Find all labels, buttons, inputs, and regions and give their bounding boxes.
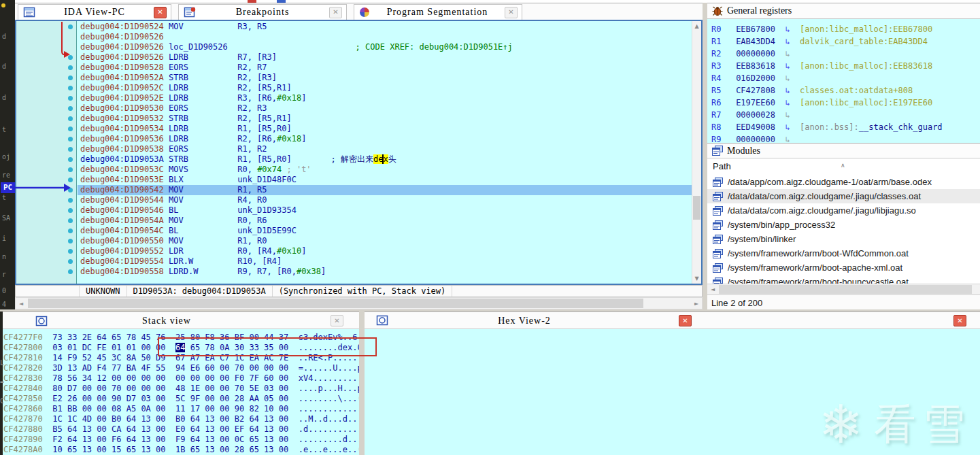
disasm-line[interactable]: debug004:D1D90526 LDRB R7, [R3] bbox=[78, 52, 692, 63]
breakpoint-dot[interactable] bbox=[68, 65, 73, 70]
disasm-line[interactable]: debug004:D1D9053E BLX unk_D1D48F0C bbox=[78, 175, 692, 185]
scroll-left-icon[interactable]: ◄ bbox=[709, 286, 717, 292]
hex-row[interactable]: CF427850 E2 26 00 00 90 D7 03 00 5C 9F 0… bbox=[0, 394, 359, 404]
scroll-right-icon[interactable]: ► bbox=[692, 301, 700, 307]
disasm-line[interactable]: debug004:D1D90532 STRB R2, [R5,R1] bbox=[78, 114, 692, 124]
module-row[interactable]: /data/data/com.aigz.cloudgame/.jiagu/cla… bbox=[707, 189, 980, 203]
register-row[interactable]: R6 E197EE60 ↳ [anon:libc_malloc]:E197EE6… bbox=[707, 97, 980, 109]
hex-row[interactable]: CF4278A0 10 65 13 00 15 65 13 00 1B 65 1… bbox=[0, 445, 359, 455]
disasm-line[interactable]: debug004:D1D90536 LDRB R2, [R6,#0x18] bbox=[78, 134, 692, 144]
breakpoint-dot[interactable] bbox=[68, 157, 73, 162]
close-icon[interactable]: ✕ bbox=[329, 7, 342, 18]
modules-column-header[interactable]: Path ∧ bbox=[707, 158, 980, 175]
breakpoint-dot[interactable] bbox=[68, 147, 73, 152]
module-row[interactable]: /system/framework/arm/boot-bouncycastle.… bbox=[707, 275, 980, 284]
breakpoint-dot[interactable] bbox=[68, 249, 73, 254]
breakpoint-dot[interactable] bbox=[68, 208, 73, 213]
breakpoint-dot[interactable] bbox=[68, 96, 73, 101]
register-row[interactable]: R8 EED49008 ↳ [anon:.bss]:__stack_chk_gu… bbox=[707, 121, 980, 133]
register-row[interactable]: R3 EEB83618 ↳ [anon:libc_malloc]:EEB8361… bbox=[707, 60, 980, 72]
horizontal-scrollbar[interactable]: ◄ ► bbox=[15, 297, 703, 309]
module-row[interactable]: /system/bin/linker bbox=[707, 232, 980, 246]
tab-program-segmentation[interactable]: Program Segmentation ✕ bbox=[354, 4, 522, 20]
breakpoint-dot[interactable] bbox=[68, 188, 73, 192]
panel-divider[interactable] bbox=[703, 3, 707, 311]
disasm-line[interactable]: debug004:D1D90524 MOV R3, R5 bbox=[78, 22, 692, 32]
register-row[interactable]: R0 EEB67800 ↳ [anon:libc_malloc]:EEB6780… bbox=[707, 23, 980, 35]
module-path: /data/data/com.aigz.cloudgame/.jiagu/lib… bbox=[728, 205, 916, 216]
disasm-line[interactable]: debug004:D1D90552 LDR R0, [R4,#0x10] bbox=[78, 246, 692, 256]
breakpoint-dot[interactable] bbox=[68, 239, 73, 243]
breakpoint-dot[interactable] bbox=[68, 106, 73, 111]
disasm-line[interactable]: debug004:D1D9054A MOV R0, R6 bbox=[78, 216, 692, 226]
hex-row[interactable]: CF427840 80 D7 00 00 70 00 00 00 48 1E 0… bbox=[0, 384, 359, 394]
breakpoint-dot[interactable] bbox=[68, 75, 73, 80]
breakpoint-dot[interactable] bbox=[68, 229, 73, 233]
scrollbar-thumb[interactable] bbox=[719, 285, 972, 294]
hex-row[interactable]: CF427890 F2 64 13 00 F6 64 13 00 F9 64 1… bbox=[0, 435, 359, 445]
breakpoint-dot[interactable] bbox=[68, 218, 73, 223]
tab-ida-view-pc[interactable]: IDA View-PC ✕ bbox=[18, 4, 171, 20]
hex-row[interactable]: CF427870 1C 1C 4D 00 B0 64 13 00 B0 64 1… bbox=[0, 414, 359, 424]
close-icon[interactable]: ✕ bbox=[679, 315, 692, 326]
breakpoint-dot[interactable] bbox=[68, 178, 73, 182]
breakpoint-dot[interactable] bbox=[68, 137, 73, 141]
disasm-line[interactable]: debug004:D1D9052A STRB R2, [R3] bbox=[78, 73, 692, 83]
disasm-line[interactable]: debug004:D1D90538 EORS R1, R2 bbox=[78, 144, 692, 154]
register-row[interactable]: R2 00000000 ↳ bbox=[707, 48, 980, 60]
disasm-line[interactable]: debug004:D1D90558 LDRD.W R9, R7, [R0,#0x… bbox=[78, 267, 692, 277]
disasm-line[interactable]: debug004:D1D90554 LDR.W R10, [R4] bbox=[78, 256, 692, 267]
modules-horizontal-scrollbar[interactable]: ◄ bbox=[707, 284, 980, 294]
disasm-line[interactable]: debug004:D1D90544 MOV R4, R0 bbox=[78, 195, 692, 205]
breakpoint-dot[interactable] bbox=[68, 86, 73, 90]
breakpoint-dot[interactable] bbox=[68, 198, 73, 203]
breakpoint-dot[interactable] bbox=[68, 116, 73, 121]
scroll-up-icon[interactable]: ▲ bbox=[692, 23, 701, 29]
hex-row[interactable]: CF427820 3D 13 AD F4 77 BA 4F 55 94 E6 6… bbox=[0, 363, 359, 373]
breakpoint-dot[interactable] bbox=[68, 55, 73, 60]
disasm-line[interactable]: debug004:D1D90550 MOV R1, R0 bbox=[78, 236, 692, 246]
module-row[interactable]: /system/bin/app_process32 bbox=[707, 218, 980, 232]
scroll-down-icon[interactable]: ▼ bbox=[692, 275, 701, 282]
scrollbar-thumb[interactable] bbox=[28, 299, 643, 308]
disasm-line[interactable]: debug004:D1D90530 EORS R2, R3 bbox=[78, 103, 692, 114]
panel-divider[interactable] bbox=[359, 311, 365, 455]
disasm-line[interactable]: debug004:D1D90534 LDRB R1, [R5,R0] bbox=[78, 124, 692, 134]
disasm-line[interactable]: debug004:D1D9054C BL unk_D1D5E99C bbox=[78, 226, 692, 236]
module-row[interactable]: /data/data/com.aigz.cloudgame/.jiagu/lib… bbox=[707, 203, 980, 218]
disasm-line[interactable]: debug004:D1D9052E LDRB R3, [R6,#0x18] bbox=[78, 93, 692, 103]
close-icon[interactable]: ✕ bbox=[154, 7, 167, 18]
disasm-line[interactable]: debug004:D1D90528 EORS R2, R7 bbox=[78, 63, 692, 73]
disasm-line[interactable]: debug004:D1D90526 bbox=[78, 32, 692, 42]
breakpoint-dot[interactable] bbox=[68, 259, 73, 264]
module-row[interactable]: /system/framework/arm/boot-WfdCommon.oat bbox=[707, 246, 980, 260]
hex-row[interactable]: CF427880 B5 64 13 00 CA 64 13 00 E0 64 1… bbox=[0, 424, 359, 435]
breakpoint-dot[interactable] bbox=[68, 167, 73, 172]
disasm-line[interactable]: debug004:D1D90526 loc_D1D90526 ; CODE XR… bbox=[78, 42, 692, 52]
hex-view-titlebar[interactable]: Hex View-2 ✕ ✕ bbox=[365, 311, 980, 329]
breakpoint-dot[interactable] bbox=[68, 269, 73, 274]
disasm-line[interactable]: debug004:D1D90546 BL unk_D1D93354 bbox=[78, 205, 692, 216]
disasm-line[interactable]: debug004:D1D9053A STRB R1, [R5,R0] ; 解密出… bbox=[78, 154, 692, 165]
disasm-line[interactable]: debug004:D1D9053C MOVS R0, #0x74 ; 't' bbox=[78, 165, 692, 175]
breakpoint-dot[interactable] bbox=[68, 24, 73, 29]
disasm-line[interactable]: debug004:D1D9052C LDRB R2, [R5,R1] bbox=[78, 83, 692, 93]
scroll-left-icon[interactable]: ◄ bbox=[17, 301, 25, 307]
stack-view-titlebar[interactable]: Stack view ✕ bbox=[0, 311, 359, 329]
close-icon[interactable]: ✕ bbox=[331, 315, 343, 326]
close-icon[interactable]: ✕ bbox=[505, 7, 518, 18]
register-row[interactable]: R1 EAB43DD4 ↳ dalvik_card_table:EAB43DD4 bbox=[707, 35, 980, 48]
close-icon[interactable]: ✕ bbox=[953, 315, 966, 326]
register-row[interactable]: R4 016D2000 ↳ bbox=[707, 72, 980, 84]
module-row[interactable]: /system/framework/arm/boot-apache-xml.oa… bbox=[707, 260, 980, 275]
disasm-line[interactable]: debug004:D1D90542 MOV R1, R5 bbox=[78, 185, 692, 195]
register-row[interactable]: R7 00000028 ↳ bbox=[707, 109, 980, 121]
hex-row[interactable]: CF427860 B1 BB 00 00 08 A5 0A 00 11 17 0… bbox=[0, 404, 359, 414]
tab-breakpoints[interactable]: Breakpoints ✕ bbox=[178, 4, 347, 20]
register-row[interactable]: R5 CF427808 ↳ classes.oat:oatdata+808 bbox=[707, 84, 980, 97]
breakpoint-dot[interactable] bbox=[68, 127, 73, 131]
scrollbar-thumb[interactable] bbox=[693, 196, 700, 220]
module-row[interactable]: /data/app/com.aigz.cloudgame-1/oat/arm/b… bbox=[707, 175, 980, 189]
vertical-scrollbar[interactable]: ▲ ▼ bbox=[692, 21, 701, 284]
hex-row[interactable]: CF427830 78 56 34 12 00 00 00 00 00 00 0… bbox=[0, 373, 359, 384]
